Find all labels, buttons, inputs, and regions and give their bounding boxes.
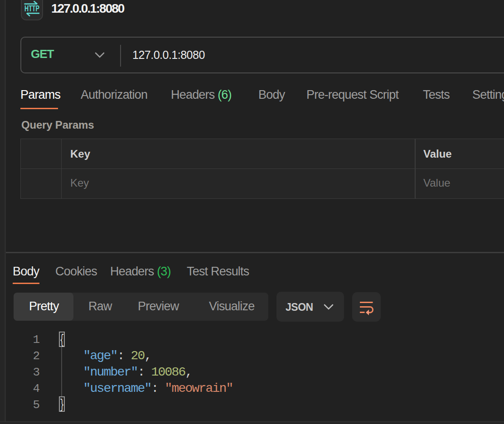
svg-text:HTTP: HTTP xyxy=(24,4,39,13)
